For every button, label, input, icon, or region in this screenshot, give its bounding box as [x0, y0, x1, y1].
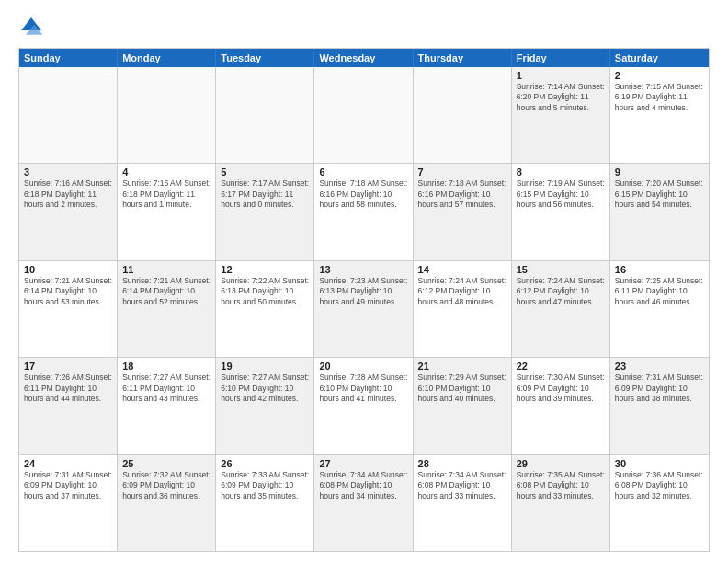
day-info: Sunrise: 7:20 AM Sunset: 6:15 PM Dayligh… — [615, 178, 704, 210]
calendar-cell-day-10: 10Sunrise: 7:21 AM Sunset: 6:14 PM Dayli… — [19, 261, 118, 357]
day-info: Sunrise: 7:16 AM Sunset: 6:18 PM Dayligh… — [24, 178, 112, 210]
day-number: 14 — [418, 264, 506, 275]
calendar-cell-day-17: 17Sunrise: 7:26 AM Sunset: 6:11 PM Dayli… — [19, 358, 118, 454]
day-info: Sunrise: 7:31 AM Sunset: 6:09 PM Dayligh… — [24, 470, 112, 501]
day-info: Sunrise: 7:21 AM Sunset: 6:14 PM Dayligh… — [24, 276, 112, 307]
day-number: 27 — [319, 458, 407, 469]
day-info: Sunrise: 7:27 AM Sunset: 6:10 PM Dayligh… — [221, 373, 309, 404]
day-number: 29 — [517, 458, 605, 469]
day-number: 1 — [517, 70, 605, 81]
day-number: 3 — [24, 167, 112, 178]
day-info: Sunrise: 7:24 AM Sunset: 6:12 PM Dayligh… — [418, 276, 506, 307]
day-number: 15 — [517, 264, 605, 275]
day-number: 25 — [122, 458, 210, 469]
calendar-cell-empty-0-4 — [414, 67, 512, 163]
day-number: 28 — [418, 458, 506, 469]
calendar-cell-day-4: 4Sunrise: 7:16 AM Sunset: 6:18 PM Daylig… — [118, 164, 216, 259]
calendar-cell-day-22: 22Sunrise: 7:30 AM Sunset: 6:09 PM Dayli… — [512, 358, 610, 454]
calendar-cell-day-11: 11Sunrise: 7:21 AM Sunset: 6:14 PM Dayli… — [118, 261, 216, 357]
calendar-cell-day-9: 9Sunrise: 7:20 AM Sunset: 6:15 PM Daylig… — [610, 164, 709, 259]
day-info: Sunrise: 7:35 AM Sunset: 6:08 PM Dayligh… — [517, 470, 605, 501]
day-number: 13 — [319, 264, 407, 275]
logo-icon — [18, 15, 44, 40]
day-number: 21 — [418, 361, 506, 372]
day-number: 7 — [418, 167, 506, 178]
day-number: 17 — [24, 361, 112, 372]
calendar-cell-day-14: 14Sunrise: 7:24 AM Sunset: 6:12 PM Dayli… — [414, 261, 512, 357]
day-number: 4 — [122, 167, 210, 178]
day-info: Sunrise: 7:21 AM Sunset: 6:14 PM Dayligh… — [122, 276, 210, 307]
header — [18, 15, 710, 40]
calendar-cell-day-29: 29Sunrise: 7:35 AM Sunset: 6:08 PM Dayli… — [512, 455, 610, 551]
calendar-cell-day-5: 5Sunrise: 7:17 AM Sunset: 6:17 PM Daylig… — [216, 164, 314, 259]
calendar-cell-empty-0-1 — [118, 67, 216, 163]
calendar-cell-empty-0-3 — [314, 67, 413, 163]
calendar-cell-day-3: 3Sunrise: 7:16 AM Sunset: 6:18 PM Daylig… — [19, 164, 118, 259]
calendar-row-4: 24Sunrise: 7:31 AM Sunset: 6:09 PM Dayli… — [19, 454, 709, 551]
day-info: Sunrise: 7:29 AM Sunset: 6:10 PM Dayligh… — [418, 373, 506, 404]
day-number: 26 — [221, 458, 309, 469]
calendar-row-2: 10Sunrise: 7:21 AM Sunset: 6:14 PM Dayli… — [19, 260, 709, 357]
calendar-cell-day-24: 24Sunrise: 7:31 AM Sunset: 6:09 PM Dayli… — [19, 455, 118, 551]
calendar-cell-day-26: 26Sunrise: 7:33 AM Sunset: 6:09 PM Dayli… — [216, 455, 314, 551]
calendar-row-0: 1Sunrise: 7:14 AM Sunset: 6:20 PM Daylig… — [19, 67, 709, 163]
day-number: 2 — [615, 70, 704, 81]
calendar-cell-day-7: 7Sunrise: 7:18 AM Sunset: 6:16 PM Daylig… — [414, 164, 512, 259]
calendar-cell-day-30: 30Sunrise: 7:36 AM Sunset: 6:08 PM Dayli… — [610, 455, 709, 551]
calendar-cell-empty-0-0 — [19, 67, 118, 163]
day-number: 20 — [319, 361, 407, 372]
day-number: 30 — [615, 458, 704, 469]
day-info: Sunrise: 7:23 AM Sunset: 6:13 PM Dayligh… — [319, 276, 407, 307]
day-number: 16 — [615, 264, 704, 275]
day-number: 5 — [221, 167, 309, 178]
calendar-cell-day-23: 23Sunrise: 7:31 AM Sunset: 6:09 PM Dayli… — [610, 358, 709, 454]
calendar-row-1: 3Sunrise: 7:16 AM Sunset: 6:18 PM Daylig… — [19, 163, 709, 259]
calendar-cell-day-25: 25Sunrise: 7:32 AM Sunset: 6:09 PM Dayli… — [118, 455, 216, 551]
day-info: Sunrise: 7:16 AM Sunset: 6:18 PM Dayligh… — [122, 178, 210, 210]
calendar-cell-day-13: 13Sunrise: 7:23 AM Sunset: 6:13 PM Dayli… — [314, 261, 413, 357]
day-info: Sunrise: 7:34 AM Sunset: 6:08 PM Dayligh… — [319, 470, 407, 501]
day-info: Sunrise: 7:15 AM Sunset: 6:19 PM Dayligh… — [615, 82, 704, 113]
day-info: Sunrise: 7:25 AM Sunset: 6:11 PM Dayligh… — [615, 276, 704, 307]
day-number: 12 — [221, 264, 309, 275]
calendar-cell-day-20: 20Sunrise: 7:28 AM Sunset: 6:10 PM Dayli… — [314, 358, 413, 454]
calendar-cell-day-1: 1Sunrise: 7:14 AM Sunset: 6:20 PM Daylig… — [512, 67, 610, 163]
cal-header-day-wednesday: Wednesday — [314, 49, 413, 67]
day-info: Sunrise: 7:34 AM Sunset: 6:08 PM Dayligh… — [418, 470, 506, 501]
calendar-cell-day-2: 2Sunrise: 7:15 AM Sunset: 6:19 PM Daylig… — [610, 67, 709, 163]
day-info: Sunrise: 7:26 AM Sunset: 6:11 PM Dayligh… — [24, 373, 112, 404]
calendar-cell-day-12: 12Sunrise: 7:22 AM Sunset: 6:13 PM Dayli… — [216, 261, 314, 357]
day-info: Sunrise: 7:31 AM Sunset: 6:09 PM Dayligh… — [615, 373, 704, 404]
calendar-cell-day-19: 19Sunrise: 7:27 AM Sunset: 6:10 PM Dayli… — [216, 358, 314, 454]
day-info: Sunrise: 7:18 AM Sunset: 6:16 PM Dayligh… — [418, 178, 506, 210]
calendar-cell-day-21: 21Sunrise: 7:29 AM Sunset: 6:10 PM Dayli… — [414, 358, 512, 454]
day-number: 24 — [24, 458, 112, 469]
calendar-cell-day-8: 8Sunrise: 7:19 AM Sunset: 6:15 PM Daylig… — [512, 164, 610, 259]
day-info: Sunrise: 7:32 AM Sunset: 6:09 PM Dayligh… — [122, 470, 210, 501]
calendar-cell-day-18: 18Sunrise: 7:27 AM Sunset: 6:11 PM Dayli… — [118, 358, 216, 454]
day-number: 11 — [122, 264, 210, 275]
day-info: Sunrise: 7:24 AM Sunset: 6:12 PM Dayligh… — [517, 276, 605, 307]
calendar-cell-empty-0-2 — [216, 67, 314, 163]
cal-header-day-thursday: Thursday — [414, 49, 512, 67]
calendar-cell-day-27: 27Sunrise: 7:34 AM Sunset: 6:08 PM Dayli… — [314, 455, 413, 551]
day-number: 10 — [24, 264, 112, 275]
cal-header-day-friday: Friday — [512, 49, 610, 67]
day-number: 22 — [517, 361, 605, 372]
cal-header-day-tuesday: Tuesday — [216, 49, 314, 67]
calendar-cell-day-15: 15Sunrise: 7:24 AM Sunset: 6:12 PM Dayli… — [512, 261, 610, 357]
day-number: 9 — [615, 167, 704, 178]
logo — [18, 15, 48, 40]
page: SundayMondayTuesdayWednesdayThursdayFrid… — [0, 0, 728, 563]
day-info: Sunrise: 7:27 AM Sunset: 6:11 PM Dayligh… — [122, 373, 210, 404]
day-number: 18 — [122, 361, 210, 372]
day-number: 6 — [319, 167, 407, 178]
day-info: Sunrise: 7:30 AM Sunset: 6:09 PM Dayligh… — [517, 373, 605, 404]
day-info: Sunrise: 7:14 AM Sunset: 6:20 PM Dayligh… — [517, 82, 605, 113]
calendar-body: 1Sunrise: 7:14 AM Sunset: 6:20 PM Daylig… — [19, 67, 709, 551]
day-number: 8 — [517, 167, 605, 178]
cal-header-day-saturday: Saturday — [610, 49, 709, 67]
calendar-cell-day-6: 6Sunrise: 7:18 AM Sunset: 6:16 PM Daylig… — [314, 164, 413, 259]
day-info: Sunrise: 7:17 AM Sunset: 6:17 PM Dayligh… — [221, 178, 309, 210]
calendar-row-3: 17Sunrise: 7:26 AM Sunset: 6:11 PM Dayli… — [19, 357, 709, 454]
